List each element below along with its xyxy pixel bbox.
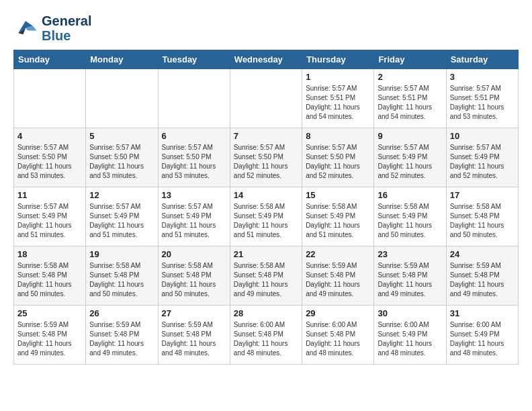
day-number: 16 — [378, 190, 442, 200]
calendar-table: SundayMondayTuesdayWednesdayThursdayFrid… — [13, 50, 519, 365]
day-number: 29 — [306, 308, 370, 318]
day-info: Sunrise: 5:57 AM Sunset: 5:49 PM Dayligh… — [162, 202, 226, 240]
logo-general: General — [42, 13, 91, 28]
day-number: 17 — [450, 190, 515, 200]
day-cell: 16Sunrise: 5:58 AM Sunset: 5:49 PM Dayli… — [374, 187, 446, 246]
day-number: 18 — [17, 249, 82, 259]
day-info: Sunrise: 5:57 AM Sunset: 5:50 PM Dayligh… — [234, 143, 298, 181]
day-info: Sunrise: 5:58 AM Sunset: 5:48 PM Dayligh… — [89, 261, 154, 299]
day-number: 27 — [162, 308, 226, 318]
day-cell: 5Sunrise: 5:57 AM Sunset: 5:50 PM Daylig… — [86, 128, 158, 187]
logo-text-block: General Blue — [42, 13, 91, 43]
day-cell: 15Sunrise: 5:58 AM Sunset: 5:49 PM Dayli… — [302, 187, 374, 246]
day-cell: 28Sunrise: 6:00 AM Sunset: 5:48 PM Dayli… — [230, 306, 302, 365]
day-info: Sunrise: 5:58 AM Sunset: 5:49 PM Dayligh… — [378, 202, 442, 240]
day-cell: 26Sunrise: 5:59 AM Sunset: 5:48 PM Dayli… — [86, 306, 158, 365]
day-cell — [14, 69, 86, 128]
day-cell: 6Sunrise: 5:57 AM Sunset: 5:50 PM Daylig… — [158, 128, 230, 187]
day-info: Sunrise: 5:58 AM Sunset: 5:48 PM Dayligh… — [450, 202, 515, 240]
logo-icon — [13, 16, 38, 40]
week-row-4: 18Sunrise: 5:58 AM Sunset: 5:48 PM Dayli… — [14, 246, 519, 306]
day-number: 1 — [306, 72, 370, 82]
day-number: 10 — [450, 131, 515, 141]
day-cell: 10Sunrise: 5:57 AM Sunset: 5:49 PM Dayli… — [446, 128, 518, 187]
day-number: 9 — [378, 131, 442, 141]
day-cell: 24Sunrise: 5:59 AM Sunset: 5:48 PM Dayli… — [446, 246, 518, 306]
header-tuesday: Tuesday — [158, 50, 230, 69]
day-cell — [230, 69, 302, 128]
day-info: Sunrise: 5:57 AM Sunset: 5:49 PM Dayligh… — [450, 143, 515, 181]
header-sunday: Sunday — [14, 50, 86, 69]
day-info: Sunrise: 5:57 AM Sunset: 5:51 PM Dayligh… — [306, 84, 370, 122]
day-cell: 3Sunrise: 5:57 AM Sunset: 5:51 PM Daylig… — [446, 69, 518, 128]
day-cell: 4Sunrise: 5:57 AM Sunset: 5:50 PM Daylig… — [14, 128, 86, 187]
calendar-header-row: SundayMondayTuesdayWednesdayThursdayFrid… — [14, 50, 519, 69]
day-info: Sunrise: 6:00 AM Sunset: 5:49 PM Dayligh… — [450, 320, 515, 358]
day-cell: 8Sunrise: 5:57 AM Sunset: 5:50 PM Daylig… — [302, 128, 374, 187]
day-cell: 27Sunrise: 5:59 AM Sunset: 5:48 PM Dayli… — [158, 306, 230, 365]
day-number: 25 — [17, 308, 82, 318]
day-cell: 31Sunrise: 6:00 AM Sunset: 5:49 PM Dayli… — [446, 306, 518, 365]
day-info: Sunrise: 5:57 AM Sunset: 5:51 PM Dayligh… — [378, 84, 442, 122]
header-wednesday: Wednesday — [230, 50, 302, 69]
day-info: Sunrise: 6:00 AM Sunset: 5:49 PM Dayligh… — [378, 320, 442, 358]
day-cell: 14Sunrise: 5:58 AM Sunset: 5:49 PM Dayli… — [230, 187, 302, 246]
day-cell: 20Sunrise: 5:58 AM Sunset: 5:48 PM Dayli… — [158, 246, 230, 306]
day-info: Sunrise: 5:59 AM Sunset: 5:48 PM Dayligh… — [378, 261, 442, 299]
day-cell: 11Sunrise: 5:57 AM Sunset: 5:49 PM Dayli… — [14, 187, 86, 246]
week-row-5: 25Sunrise: 5:59 AM Sunset: 5:48 PM Dayli… — [14, 306, 519, 365]
day-number: 13 — [162, 190, 226, 200]
day-number: 5 — [89, 131, 154, 141]
day-number: 24 — [450, 249, 515, 259]
day-info: Sunrise: 5:59 AM Sunset: 5:48 PM Dayligh… — [162, 320, 226, 358]
day-number: 3 — [450, 72, 515, 82]
day-info: Sunrise: 5:59 AM Sunset: 5:48 PM Dayligh… — [17, 320, 82, 358]
day-number: 14 — [234, 190, 298, 200]
day-info: Sunrise: 5:57 AM Sunset: 5:49 PM Dayligh… — [89, 202, 154, 240]
day-number: 8 — [306, 131, 370, 141]
header-thursday: Thursday — [302, 50, 374, 69]
day-number: 28 — [234, 308, 298, 318]
day-info: Sunrise: 6:00 AM Sunset: 5:48 PM Dayligh… — [306, 320, 370, 358]
day-number: 31 — [450, 308, 515, 318]
day-cell: 18Sunrise: 5:58 AM Sunset: 5:48 PM Dayli… — [14, 246, 86, 306]
day-info: Sunrise: 5:58 AM Sunset: 5:48 PM Dayligh… — [17, 261, 82, 299]
day-info: Sunrise: 5:57 AM Sunset: 5:50 PM Dayligh… — [89, 143, 154, 181]
day-info: Sunrise: 5:59 AM Sunset: 5:48 PM Dayligh… — [450, 261, 515, 299]
day-number: 7 — [234, 131, 298, 141]
header-monday: Monday — [86, 50, 158, 69]
day-number: 2 — [378, 72, 442, 82]
day-cell — [86, 69, 158, 128]
day-cell: 21Sunrise: 5:58 AM Sunset: 5:48 PM Dayli… — [230, 246, 302, 306]
day-number: 22 — [306, 249, 370, 259]
day-number: 23 — [378, 249, 442, 259]
week-row-2: 4Sunrise: 5:57 AM Sunset: 5:50 PM Daylig… — [14, 128, 519, 187]
day-cell: 9Sunrise: 5:57 AM Sunset: 5:49 PM Daylig… — [374, 128, 446, 187]
day-info: Sunrise: 6:00 AM Sunset: 5:48 PM Dayligh… — [234, 320, 298, 358]
day-info: Sunrise: 5:57 AM Sunset: 5:50 PM Dayligh… — [17, 143, 82, 181]
header-saturday: Saturday — [446, 50, 518, 69]
day-number: 4 — [17, 131, 82, 141]
day-info: Sunrise: 5:58 AM Sunset: 5:49 PM Dayligh… — [306, 202, 370, 240]
day-cell: 25Sunrise: 5:59 AM Sunset: 5:48 PM Dayli… — [14, 306, 86, 365]
day-cell: 22Sunrise: 5:59 AM Sunset: 5:48 PM Dayli… — [302, 246, 374, 306]
day-number: 6 — [162, 131, 226, 141]
day-info: Sunrise: 5:59 AM Sunset: 5:48 PM Dayligh… — [306, 261, 370, 299]
day-cell: 7Sunrise: 5:57 AM Sunset: 5:50 PM Daylig… — [230, 128, 302, 187]
day-number: 15 — [306, 190, 370, 200]
day-cell — [158, 69, 230, 128]
day-cell: 12Sunrise: 5:57 AM Sunset: 5:49 PM Dayli… — [86, 187, 158, 246]
week-row-1: 1Sunrise: 5:57 AM Sunset: 5:51 PM Daylig… — [14, 69, 519, 128]
day-number: 30 — [378, 308, 442, 318]
day-info: Sunrise: 5:57 AM Sunset: 5:49 PM Dayligh… — [17, 202, 82, 240]
day-cell: 1Sunrise: 5:57 AM Sunset: 5:51 PM Daylig… — [302, 69, 374, 128]
page-header: General Blue — [13, 13, 519, 43]
logo: General Blue — [13, 13, 91, 43]
day-info: Sunrise: 5:57 AM Sunset: 5:49 PM Dayligh… — [378, 143, 442, 181]
day-number: 12 — [89, 190, 154, 200]
day-info: Sunrise: 5:59 AM Sunset: 5:48 PM Dayligh… — [89, 320, 154, 358]
day-cell: 19Sunrise: 5:58 AM Sunset: 5:48 PM Dayli… — [86, 246, 158, 306]
week-row-3: 11Sunrise: 5:57 AM Sunset: 5:49 PM Dayli… — [14, 187, 519, 246]
day-info: Sunrise: 5:57 AM Sunset: 5:50 PM Dayligh… — [162, 143, 226, 181]
day-info: Sunrise: 5:57 AM Sunset: 5:50 PM Dayligh… — [306, 143, 370, 181]
